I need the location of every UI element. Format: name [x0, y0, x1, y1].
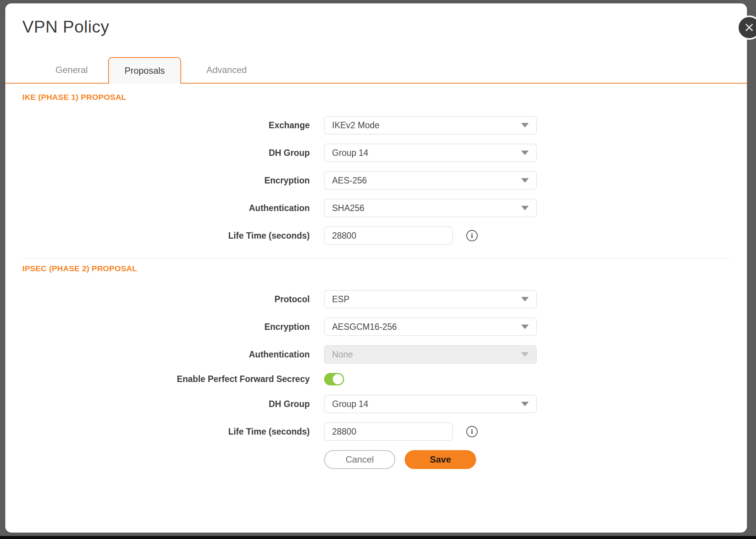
ipsec-dh-group-value: Group 14 — [332, 399, 521, 409]
page-title: VPN Policy — [22, 17, 747, 37]
ike-life-time-label: Life Time (seconds) — [22, 231, 310, 241]
ike-life-time-row: Life Time (seconds) i — [22, 227, 730, 245]
pfs-toggle-knob — [333, 374, 343, 384]
ipsec-encryption-label: Encryption — [22, 322, 310, 332]
ipsec-encryption-select[interactable]: AESGCM16-256 — [324, 318, 537, 336]
tab-general[interactable]: General — [35, 57, 108, 83]
tab-bar: General Proposals Advanced — [5, 57, 747, 84]
ike-encryption-value: AES-256 — [332, 176, 521, 186]
vpn-policy-dialog: ✕ VPN Policy General Proposals Advanced … — [5, 3, 747, 533]
protocol-label: Protocol — [22, 294, 310, 304]
chevron-down-icon — [521, 123, 529, 127]
ipsec-dh-group-row: DH Group Group 14 — [22, 395, 730, 413]
chevron-down-icon — [521, 206, 529, 210]
proposals-panel: IKE (PHASE 1) PROPOSAL Exchange IKEv2 Mo… — [5, 93, 747, 469]
ike-dh-group-select[interactable]: Group 14 — [324, 144, 537, 162]
ike-authentication-label: Authentication — [22, 203, 310, 213]
ike-authentication-row: Authentication SHA256 — [22, 199, 730, 217]
actions-row: Cancel Save — [22, 450, 730, 469]
ike-dh-group-row: DH Group Group 14 — [22, 144, 730, 162]
exchange-label: Exchange — [22, 120, 310, 130]
ike-dh-group-value: Group 14 — [332, 148, 521, 158]
chevron-down-icon — [521, 325, 529, 329]
ipsec-dh-group-select[interactable]: Group 14 — [324, 395, 537, 413]
pfs-label: Enable Perfect Forward Secrecy — [22, 374, 310, 384]
ike-life-time-input[interactable] — [324, 227, 453, 245]
ike-authentication-value: SHA256 — [332, 203, 521, 213]
ipsec-encryption-row: Encryption AESGCM16-256 — [22, 318, 730, 336]
protocol-row: Protocol ESP — [22, 290, 730, 308]
modal-backdrop: ✕ VPN Policy General Proposals Advanced … — [0, 0, 756, 536]
ipsec-life-time-row: Life Time (seconds) i — [22, 423, 730, 441]
info-icon[interactable]: i — [466, 426, 478, 437]
exchange-value: IKEv2 Mode — [332, 120, 521, 130]
ike-dh-group-label: DH Group — [22, 148, 310, 158]
chevron-down-icon — [521, 352, 529, 357]
tab-bar-spacer — [22, 57, 35, 83]
ike-phase1-heading: IKE (PHASE 1) PROPOSAL — [22, 93, 730, 102]
chevron-down-icon — [521, 178, 529, 183]
save-button[interactable]: Save — [405, 450, 476, 469]
chevron-down-icon — [521, 151, 529, 155]
ipsec-authentication-row: Authentication None — [22, 345, 730, 363]
ipsec-authentication-value: None — [332, 349, 521, 360]
pfs-row: Enable Perfect Forward Secrecy — [22, 373, 730, 385]
protocol-select[interactable]: ESP — [324, 290, 537, 308]
ipsec-life-time-input[interactable] — [324, 423, 453, 441]
tab-proposals[interactable]: Proposals — [108, 57, 181, 84]
chevron-down-icon — [521, 297, 529, 301]
ike-authentication-select[interactable]: SHA256 — [324, 199, 537, 217]
section-divider — [22, 258, 730, 259]
pfs-toggle[interactable] — [324, 373, 344, 385]
tab-advanced[interactable]: Advanced — [181, 57, 272, 83]
ipsec-authentication-label: Authentication — [22, 349, 310, 360]
ike-encryption-row: Encryption AES-256 — [22, 171, 730, 190]
ipsec-phase2-heading: IPSEC (PHASE 2) PROPOSAL — [22, 264, 730, 273]
exchange-select[interactable]: IKEv2 Mode — [324, 116, 537, 134]
protocol-value: ESP — [332, 294, 521, 304]
chevron-down-icon — [521, 402, 529, 406]
cancel-button[interactable]: Cancel — [324, 450, 395, 469]
info-icon[interactable]: i — [466, 230, 478, 241]
ipsec-dh-group-label: DH Group — [22, 399, 310, 409]
ipsec-life-time-label: Life Time (seconds) — [22, 427, 310, 437]
ike-encryption-select[interactable]: AES-256 — [324, 171, 537, 190]
ike-encryption-label: Encryption — [22, 176, 310, 186]
ipsec-authentication-select-disabled: None — [324, 345, 537, 363]
ipsec-encryption-value: AESGCM16-256 — [332, 322, 521, 332]
exchange-row: Exchange IKEv2 Mode — [22, 116, 730, 134]
